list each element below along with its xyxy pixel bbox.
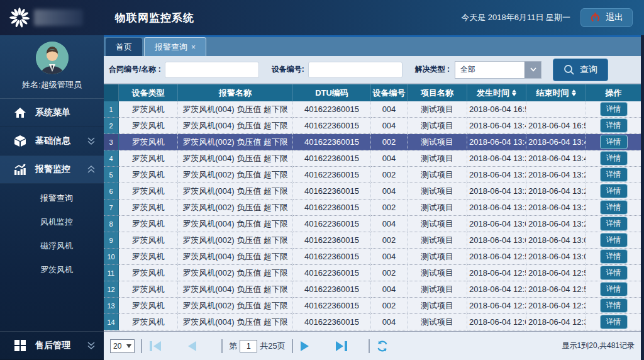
table-cell xyxy=(526,101,586,118)
sidebar-item-maglev-fan[interactable]: 磁浮风机 xyxy=(0,234,104,258)
detail-button[interactable]: 详情 xyxy=(600,249,628,264)
table-cell: 罗茨风机 xyxy=(119,265,178,281)
solve-type-select[interactable]: 全部 xyxy=(455,61,541,79)
sidebar: 姓名:超级管理员 系统菜单 基础信息 xyxy=(0,35,104,360)
table-cell: 401622360015 xyxy=(293,150,371,167)
logout-button[interactable]: 退出 xyxy=(580,8,633,27)
row-number: 9 xyxy=(104,232,119,249)
table-row[interactable]: 2罗茨风机罗茨风机(004) 负压值 超下限401622360015004测试项… xyxy=(104,118,641,134)
table-cell: 罗茨风机(004) 负压值 超下限 xyxy=(178,118,293,134)
table-cell: 401622360015 xyxy=(293,183,371,200)
table-row[interactable]: 13罗茨风机罗茨风机(002) 负压值 超下限401622360015002测试… xyxy=(104,298,641,314)
sidebar-item-basic-info[interactable]: 基础信息 xyxy=(0,127,104,155)
detail-button[interactable]: 详情 xyxy=(600,167,628,182)
refresh-button[interactable] xyxy=(376,340,389,352)
table-row[interactable]: 12罗茨风机罗茨风机(004) 负压值 超下限401622360015004测试… xyxy=(104,281,641,298)
row-number: 5 xyxy=(104,167,119,183)
table-cell: 罗茨风机 xyxy=(119,232,178,249)
detail-button[interactable]: 详情 xyxy=(600,151,628,166)
table-cell: 2018-06-04 13:2 xyxy=(526,183,586,200)
action-cell: 详情 xyxy=(586,101,641,118)
table-row[interactable]: 4罗茨风机罗茨风机(004) 负压值 超下限401622360015004测试项… xyxy=(104,150,641,167)
sidebar-item-after-sales[interactable]: 售后管理 xyxy=(0,332,104,360)
page-size-select[interactable]: 20 xyxy=(110,339,135,353)
table-header: 设备类型 报警名称 DTU编码 设备编号 项目名称 发生时间 结束时间 xyxy=(104,84,641,101)
solve-type-label: 解决类型 : xyxy=(415,64,450,75)
pagination-bar: 20 xyxy=(104,331,641,360)
row-number: 2 xyxy=(104,118,119,134)
search-icon xyxy=(564,64,575,76)
chart-icon xyxy=(14,163,26,176)
table-cell: 2018-06-04 13:2 xyxy=(467,167,526,183)
sidebar-item-alarm-query[interactable]: 报警查询 xyxy=(0,186,104,210)
detail-button[interactable]: 详情 xyxy=(600,200,628,215)
detail-button[interactable]: 详情 xyxy=(600,298,628,313)
action-cell: 详情 xyxy=(586,183,641,200)
row-number: 1 xyxy=(104,101,119,118)
table-cell: 测试项目 xyxy=(408,281,467,298)
detail-button[interactable]: 详情 xyxy=(600,135,628,149)
detail-button[interactable]: 详情 xyxy=(600,184,628,198)
table-cell: 罗茨风机 xyxy=(119,281,178,298)
power-icon xyxy=(590,13,601,23)
table-row[interactable]: 10罗茨风机罗茨风机(004) 负压值 超下限401622360015004测试… xyxy=(104,249,641,265)
table-cell: 401622360015 xyxy=(293,134,371,150)
table-row[interactable]: 6罗茨风机罗茨风机(004) 负压值 超下限401622360015004测试项… xyxy=(104,183,641,200)
detail-button[interactable]: 详情 xyxy=(600,217,628,231)
search-button[interactable]: 查询 xyxy=(553,59,608,81)
table-cell: 2018-06-04 13:0 xyxy=(467,216,526,232)
table-row[interactable]: 7罗茨风机罗茨风机(002) 负压值 超下限401622360015002测试项… xyxy=(104,200,641,216)
tab-alarm-query[interactable]: 报警查询 × xyxy=(144,37,206,56)
detail-button[interactable]: 详情 xyxy=(600,315,628,329)
detail-button[interactable]: 详情 xyxy=(600,102,628,116)
table-row[interactable]: 14罗茨风机罗茨风机(004) 负压值 超下限401622360015004测试… xyxy=(104,314,641,330)
table-cell: 2018-06-04 13:2 xyxy=(526,200,586,216)
table-row[interactable]: 9罗茨风机罗茨风机(002) 负压值 超下限401622360015002测试项… xyxy=(104,232,641,249)
col-dtu-code: DTU编码 xyxy=(293,84,371,101)
table-cell: 2018-06-04 13:4 xyxy=(526,150,586,167)
detail-button[interactable]: 详情 xyxy=(600,233,628,247)
detail-button[interactable]: 详情 xyxy=(600,282,628,296)
table-cell: 004 xyxy=(371,118,408,134)
table-cell: 2018-06-04 12:5 xyxy=(467,249,526,265)
col-end-time-sort[interactable]: 结束时间 xyxy=(526,84,586,101)
table-cell: 罗茨风机(004) 负压值 超下限 xyxy=(178,281,293,298)
col-device-no: 设备编号 xyxy=(371,84,408,101)
sidebar-item-alarm-monitor[interactable]: 报警监控 xyxy=(0,155,104,184)
table-row[interactable]: 8罗茨风机罗茨风机(004) 负压值 超下限401622360015004测试项… xyxy=(104,216,641,232)
table-row[interactable]: 5罗茨风机罗茨风机(002) 负压值 超下限401622360015002测试项… xyxy=(104,167,641,183)
col-start-time-sort[interactable]: 发生时间 xyxy=(467,84,526,101)
chevron-double-down-icon xyxy=(86,136,96,146)
table-cell: 401622360015 xyxy=(293,200,371,216)
contract-input[interactable] xyxy=(165,62,259,78)
next-page-button[interactable] xyxy=(299,340,311,352)
table-cell: 004 xyxy=(371,183,408,200)
sidebar-item-fan-monitor[interactable]: 风机监控 xyxy=(0,210,104,234)
table-row[interactable]: 1罗茨风机罗茨风机(004) 负压值 超下限401622360015004测试项… xyxy=(104,101,641,118)
table-cell: 测试项目 xyxy=(408,150,467,167)
detail-button[interactable]: 详情 xyxy=(600,118,628,133)
tab-bar: 首页 报警查询 × xyxy=(104,35,641,56)
device-no-input[interactable] xyxy=(308,62,402,78)
prev-page-button[interactable] xyxy=(186,340,197,352)
first-page-button[interactable] xyxy=(148,340,162,352)
close-tab-icon[interactable]: × xyxy=(191,43,196,52)
table-cell: 测试项目 xyxy=(408,265,467,281)
action-cell: 详情 xyxy=(586,216,641,232)
table-cell: 罗茨风机(004) 负压值 超下限 xyxy=(178,183,293,200)
table-cell: 罗茨风机(002) 负压值 超下限 xyxy=(178,232,293,249)
table-cell: 401622360015 xyxy=(293,118,371,134)
table-cell: 罗茨风机 xyxy=(119,134,178,150)
table-row[interactable]: 3罗茨风机罗茨风机(002) 负压值 超下限401622360015002测试项… xyxy=(104,134,641,150)
last-page-button[interactable] xyxy=(335,340,348,352)
page-number-input[interactable] xyxy=(240,340,257,352)
sidebar-item-system-menu[interactable]: 系统菜单 xyxy=(0,99,104,127)
sidebar-item-roots-fan[interactable]: 罗茨风机 xyxy=(0,258,104,282)
row-number: 6 xyxy=(104,183,119,200)
table-row[interactable]: 11罗茨风机罗茨风机(002) 负压值 超下限401622360015002测试… xyxy=(104,265,641,281)
tab-home[interactable]: 首页 xyxy=(106,38,142,56)
action-cell: 详情 xyxy=(586,314,641,330)
detail-button[interactable]: 详情 xyxy=(600,266,628,280)
row-number: 8 xyxy=(104,216,119,232)
table-cell: 测试项目 xyxy=(408,232,467,249)
